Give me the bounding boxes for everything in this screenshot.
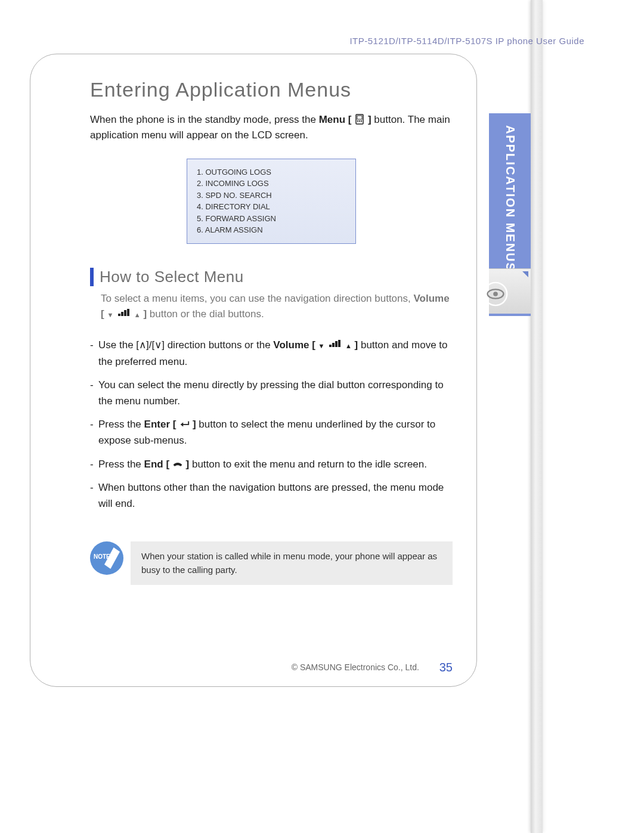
sub-heading-row: How to Select Menu: [90, 268, 453, 286]
svg-rect-4: [357, 116, 362, 119]
book-spine: [531, 0, 543, 833]
svg-rect-5: [357, 120, 358, 122]
side-tab-label: APPLICATION MENUS: [503, 125, 517, 272]
sub-heading: How to Select Menu: [100, 268, 244, 286]
lcd-item: 6. ALARM ASSIGN: [197, 224, 346, 236]
note-callout: NOTE When your station is called while i…: [90, 541, 453, 585]
note-text: When your station is called while in men…: [131, 541, 453, 585]
bullet-text: Use the [∧]/[∨] direction buttons or the: [98, 339, 273, 351]
bullet-bold: Enter: [144, 419, 170, 430]
bullet-item: - You can select the menu directly by pr…: [90, 377, 453, 409]
bullet-bold: End: [144, 459, 163, 470]
enter-arrow-icon: [179, 419, 190, 429]
copyright-text: © SAMSUNG Electronics Co., Ltd.: [292, 662, 419, 672]
sub-intro-bold: Volume: [413, 293, 449, 304]
sub-intro-suffix: button or the dial buttons.: [150, 308, 264, 320]
lcd-item: 1. OUTGOING LOGS: [197, 166, 346, 178]
bullet-item: - Press the Enter [ ] button to select t…: [90, 416, 453, 448]
lcd-screen-box: 1. OUTGOING LOGS 2. INCOMING LOGS 3. SPD…: [187, 159, 356, 244]
volume-bars-icon: [118, 309, 129, 316]
volume-bracket: [: [101, 308, 107, 320]
volume-bars-icon: [329, 340, 340, 347]
side-accent-badge: [489, 268, 531, 314]
triangle-up-icon: [134, 308, 141, 320]
bullet-list: - Use the [∧]/[∨] direction buttons or t…: [90, 337, 453, 512]
eye-icon: [482, 280, 509, 308]
note-icon: NOTE: [90, 541, 123, 575]
bullet-item: - When buttons other than the navigation…: [90, 479, 453, 512]
menu-bracket: [: [348, 114, 354, 125]
sub-intro-paragraph: To select a menu items, you can use the …: [101, 291, 453, 323]
bullet-item: - Press the End [ ] button to exit the m…: [90, 456, 453, 472]
triangle-down-icon: [107, 308, 113, 320]
lcd-item: 2. INCOMING LOGS: [197, 178, 346, 190]
bullet-text: Press the: [98, 459, 144, 470]
page-content-frame: Entering Application Menus When the phon…: [30, 54, 477, 687]
lcd-item: 4. DIRECTORY DIAL: [197, 201, 346, 213]
menu-bracket-close: ]: [368, 114, 371, 125]
phone-menu-icon: [354, 114, 365, 125]
svg-rect-7: [361, 120, 362, 122]
page-footer: © SAMSUNG Electronics Co., Ltd. 35: [292, 661, 453, 674]
intro-text-prefix: When the phone is in the standby mode, p…: [90, 114, 319, 125]
intro-menu-bold: Menu: [319, 114, 345, 125]
document-header: ITP-5121D/ITP-5114D/ITP-5107S IP phone U…: [167, 36, 584, 46]
bullet-text: Press the: [98, 419, 144, 430]
bullet-text: You can select the menu directly by pres…: [98, 377, 453, 409]
svg-point-2: [493, 292, 498, 296]
bullet-item: - Use the [∧]/[∨] direction buttons or t…: [90, 337, 453, 369]
lcd-item: 3. SPD NO. SEARCH: [197, 190, 346, 202]
bullet-text: button to exit the menu and return to th…: [192, 459, 427, 470]
heading-accent-bar: [90, 268, 94, 286]
svg-rect-6: [359, 120, 360, 122]
bullet-text: When buttons other than the navigation b…: [98, 479, 453, 512]
page-number: 35: [439, 661, 453, 674]
triangle-down-icon: [318, 339, 325, 351]
volume-bracket-close: ]: [143, 308, 147, 320]
page-title: Entering Application Menus: [90, 78, 453, 101]
bullet-bold: Volume: [273, 339, 309, 351]
end-handset-icon: [172, 459, 183, 469]
intro-paragraph: When the phone is in the standby mode, p…: [90, 112, 453, 144]
lcd-item: 5. FORWARD ASSIGN: [197, 213, 346, 225]
triangle-up-icon: [345, 339, 352, 351]
sub-intro-prefix: To select a menu items, you can use the …: [101, 293, 413, 304]
